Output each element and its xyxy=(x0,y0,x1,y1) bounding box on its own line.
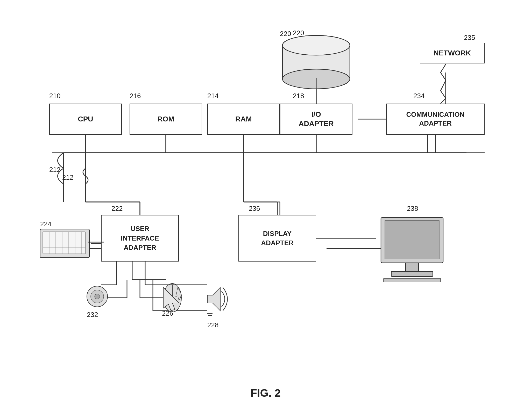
rom-box: ROM xyxy=(130,104,202,135)
cpu-box: CPU xyxy=(49,104,122,135)
disk-220-ref: 220 xyxy=(293,29,304,37)
svg-rect-54 xyxy=(391,271,433,277)
trackball-icon xyxy=(86,285,109,308)
io-adapter-box: I/O ADAPTER xyxy=(280,104,352,135)
network-ref: 235 xyxy=(464,34,475,42)
display-adapter-ref: 236 xyxy=(249,205,260,213)
svg-marker-47 xyxy=(207,287,220,311)
svg-point-26 xyxy=(282,69,350,89)
system-bus-ref: 212 xyxy=(49,166,60,174)
svg-point-46 xyxy=(95,294,100,299)
display-adapter-box: DISPLAY ADAPTER xyxy=(238,215,316,262)
bus-ref: 212 xyxy=(62,173,73,182)
ui-adapter-ref: 222 xyxy=(111,205,123,213)
microphone-ref: 228 xyxy=(207,321,218,329)
figure-caption: FIG. 2 xyxy=(227,387,305,399)
ui-adapter-box: USER INTERFACE ADAPTER xyxy=(101,215,179,262)
svg-rect-55 xyxy=(384,278,441,282)
comm-adapter-box: COMMUNICATION ADAPTER xyxy=(386,104,485,135)
diagram-container: CPU 210 ROM 216 RAM 214 I/O ADAPTER 218 … xyxy=(0,0,531,420)
disk-icon xyxy=(272,31,360,93)
network-box: NETWORK xyxy=(420,43,485,63)
svg-marker-43 xyxy=(163,287,179,311)
rom-ref: 216 xyxy=(130,92,141,100)
svg-rect-52 xyxy=(385,221,439,259)
svg-point-27 xyxy=(282,35,350,55)
trackball-ref: 232 xyxy=(87,311,98,319)
disk-ref: 220 xyxy=(280,30,291,38)
monitor-icon xyxy=(376,215,448,282)
comm-adapter-ref: 234 xyxy=(413,92,424,100)
mouse-ref: 226 xyxy=(162,309,173,317)
keyboard-icon xyxy=(39,228,91,262)
cpu-ref: 210 xyxy=(49,92,60,100)
svg-rect-53 xyxy=(406,263,419,272)
keyboard-ref: 224 xyxy=(40,220,51,228)
ram-ref: 214 xyxy=(207,92,218,100)
monitor-ref: 238 xyxy=(407,205,418,213)
keyboard-line xyxy=(88,241,104,243)
microphone-icon xyxy=(205,282,233,321)
ram-box: RAM xyxy=(207,104,280,135)
